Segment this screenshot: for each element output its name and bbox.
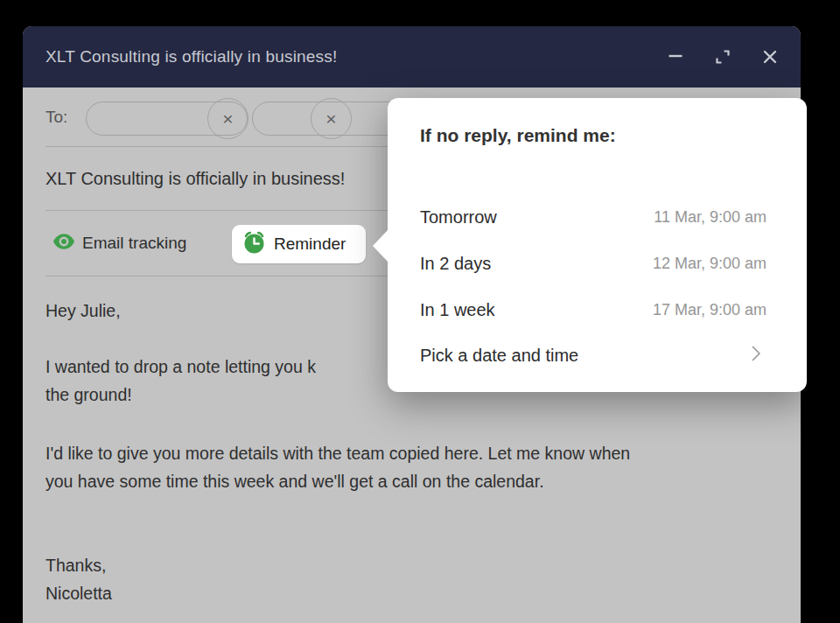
reminder-popup-title: If no reply, remind me: bbox=[420, 125, 616, 146]
body-line: Thanks, bbox=[46, 556, 106, 576]
reminder-option-tomorrow[interactable]: Tomorrow 11 Mar, 9:00 am bbox=[420, 198, 766, 236]
body-line: the ground! bbox=[46, 385, 132, 405]
body-line: I wanted to drop a note letting you k bbox=[46, 357, 316, 377]
option-datetime: 11 Mar, 9:00 am bbox=[654, 208, 766, 227]
body-line: I'd like to give you more details with t… bbox=[46, 444, 630, 464]
option-label: In 2 days bbox=[420, 254, 491, 274]
chevron-right-icon bbox=[746, 342, 766, 368]
option-label: Pick a date and time bbox=[420, 346, 578, 366]
option-label: Tomorrow bbox=[420, 207, 497, 228]
reminder-option-pick-date-time[interactable]: Pick a date and time bbox=[420, 336, 766, 374]
popup-tail bbox=[373, 230, 388, 262]
reminder-popup: If no reply, remind me: Tomorrow 11 Mar,… bbox=[388, 98, 807, 392]
body-line: Nicoletta bbox=[46, 584, 112, 604]
option-label: In 1 week bbox=[420, 300, 495, 320]
option-datetime: 17 Mar, 9:00 am bbox=[653, 301, 766, 319]
reminder-option-in-2-days[interactable]: In 2 days 12 Mar, 9:00 am bbox=[420, 244, 766, 283]
option-datetime: 12 Mar, 9:00 am bbox=[653, 255, 766, 273]
reminder-option-in-1-week[interactable]: In 1 week 17 Mar, 9:00 am bbox=[420, 290, 766, 329]
body-line: you have some time this week and we'll g… bbox=[46, 472, 544, 492]
body-line: Hey Julie, bbox=[46, 301, 121, 321]
